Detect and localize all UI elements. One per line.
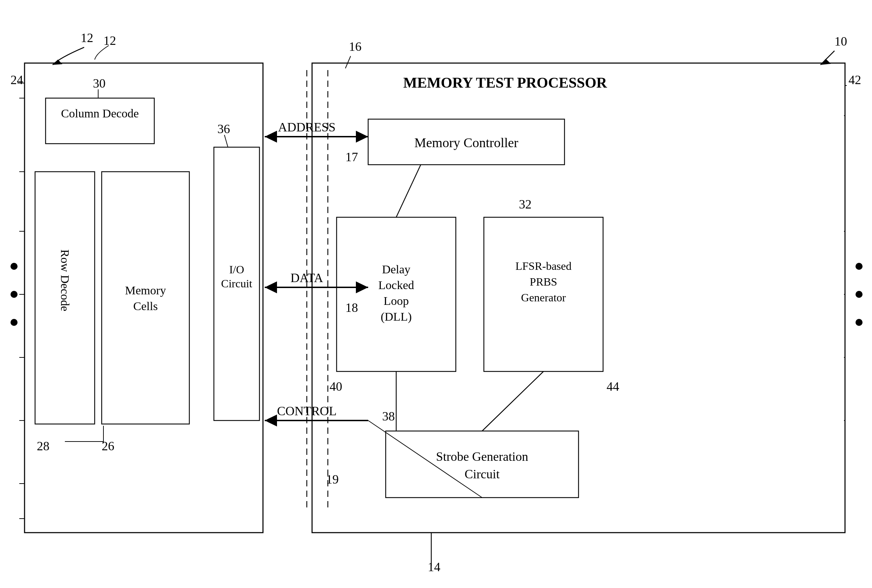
ref-24: 24 — [11, 73, 23, 87]
dll-label-1: Delay — [382, 263, 410, 276]
svg-point-38 — [11, 319, 18, 326]
dll-label-2: Locked — [378, 279, 414, 291]
strobe-gen-label-1: Strobe Generation — [436, 450, 528, 464]
ref-28: 28 — [37, 439, 50, 453]
strobe-gen-label-2: Circuit — [465, 467, 500, 481]
io-circuit-label-2: Circuit — [221, 277, 253, 290]
mtp-title-text: MEMORY TEST PROCESSOR — [403, 75, 607, 91]
lfsr-label-1: LFSR-based — [516, 260, 571, 272]
lfsr-label-2: PRBS — [530, 275, 557, 288]
ref-36: 36 — [217, 122, 230, 136]
ref-12: 12 — [81, 31, 93, 45]
svg-rect-10 — [386, 431, 579, 498]
ref-32: 32 — [519, 197, 532, 211]
svg-point-41 — [855, 319, 863, 326]
dll-label-4: (DLL) — [381, 310, 412, 323]
ref-40: 40 — [329, 380, 342, 393]
column-decode-label: Column Decode — [61, 107, 139, 120]
diagram-container: MEMORY TEST PROCESSOR Column Decode Row … — [0, 0, 872, 588]
ref-14: 14 — [428, 560, 441, 574]
svg-text:12: 12 — [104, 34, 116, 48]
row-decode-label: Row Decode — [59, 249, 72, 312]
memory-cells-label-1: Memory — [125, 284, 166, 297]
ref-30: 30 — [93, 76, 105, 90]
svg-point-40 — [855, 291, 863, 298]
lfsr-label-3: Generator — [521, 291, 566, 304]
svg-point-36 — [11, 263, 18, 270]
ref-17: 17 — [345, 150, 358, 164]
ref-16: 16 — [349, 40, 361, 54]
io-circuit-label-1: I/O — [229, 263, 244, 276]
ref-19: 19 — [326, 472, 339, 486]
ref-42: 42 — [848, 73, 861, 87]
ref-18: 18 — [345, 301, 358, 315]
svg-rect-5 — [102, 172, 189, 424]
ref-10: 10 — [834, 34, 847, 48]
dll-label-3: Loop — [383, 294, 409, 308]
svg-point-39 — [855, 263, 863, 270]
svg-rect-3 — [45, 98, 154, 144]
svg-point-37 — [11, 291, 18, 298]
ref-38: 38 — [382, 409, 395, 423]
memory-cells-label-2: Cells — [133, 300, 158, 313]
memory-controller-label: Memory Controller — [415, 135, 519, 150]
ref-44: 44 — [607, 380, 619, 393]
